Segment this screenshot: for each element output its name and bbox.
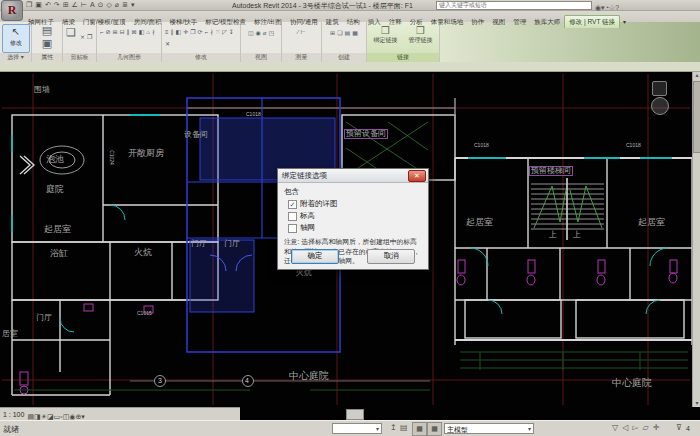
horizontal-scrollbar-thumb[interactable] bbox=[346, 409, 364, 420]
print-icon[interactable]: ⊞ bbox=[63, 0, 69, 10]
modify-tool-button[interactable]: ↖ 修改 bbox=[2, 24, 30, 53]
panel-properties-label: 属性 bbox=[32, 53, 62, 62]
vertical-scrollbar-thumb[interactable] bbox=[693, 81, 700, 153]
infocenter-icons[interactable]: ◉▾◔☆? bbox=[595, 0, 619, 14]
view-control-icons[interactable]: ▤◨☀◪▭▫◫◉⊕▾ bbox=[27, 405, 84, 420]
quick-access-toolbar[interactable]: ❐▣↶↷⊞∠⊢A⊙◇⌀≣▾ bbox=[26, 0, 134, 10]
revit-app-button[interactable]: R bbox=[1, 0, 23, 21]
select-pinned-icon[interactable]: ▻ bbox=[632, 423, 638, 432]
window-title: Autodesk Revit 2014 - 3号楼半综合试一试1 - 楼层平面:… bbox=[232, 1, 413, 11]
tab-insert[interactable]: 插入 bbox=[364, 16, 385, 28]
scroll-up-icon[interactable]: ▴ bbox=[693, 71, 700, 79]
design-options-icon[interactable]: ▦ bbox=[412, 422, 427, 436]
editing-requests-icon[interactable]: ↥ bbox=[390, 423, 397, 432]
infocenter-search-input[interactable] bbox=[436, 1, 592, 10]
open-icon[interactable]: ❐ bbox=[26, 0, 32, 10]
tab-analyze[interactable]: 分析 bbox=[406, 16, 427, 28]
drag-select-icon[interactable]: ✛ bbox=[653, 423, 660, 432]
tab-annotate-sheet[interactable]: 标注/出图 bbox=[250, 16, 286, 28]
ok-button[interactable]: 确定 bbox=[291, 249, 339, 264]
navigation-bar[interactable] bbox=[652, 81, 667, 96]
room-label-22: 4 bbox=[245, 377, 249, 384]
tab-modify-rvt-link[interactable]: 修改 | RVT 链接 bbox=[564, 15, 620, 28]
tab-collab-general[interactable]: 协同/通用 bbox=[286, 16, 322, 28]
worksets-icon[interactable]: ▤ bbox=[400, 423, 408, 432]
panel-select-label[interactable]: 选择 ▾ bbox=[0, 53, 31, 62]
join-icon: ⊞ bbox=[112, 29, 119, 36]
save-icon[interactable]: ▣ bbox=[35, 0, 42, 10]
tab-family-master[interactable]: 族库大师 bbox=[530, 16, 564, 28]
tab-stair-rail[interactable]: 楼梯/扶手 bbox=[165, 16, 201, 28]
visual-style-icon[interactable]: ◨ bbox=[34, 413, 41, 420]
rotate-icon: ⟳ bbox=[197, 29, 204, 36]
panel-create-label: 创建 bbox=[322, 53, 366, 62]
checkbox-box[interactable] bbox=[288, 224, 297, 233]
checkbox-levels[interactable]: 标高 bbox=[288, 211, 422, 221]
tab-manage[interactable]: 管理 bbox=[509, 16, 530, 28]
dialog-title-bar[interactable]: 绑定链接选项 ✕ bbox=[278, 169, 428, 183]
room-label-2: 预留设备间 bbox=[344, 129, 388, 139]
tab-door-floor-roof[interactable]: 门窗/楼板/屋顶 bbox=[79, 16, 130, 28]
checkbox-attached-details[interactable]: ✓ 附着的详图 bbox=[288, 199, 422, 209]
tab-view[interactable]: 视图 bbox=[488, 16, 509, 28]
panel-modify: ≡∥◧✛❐⟳⌐∤⁙◸↧✕ 修改 bbox=[162, 22, 241, 62]
section-icon[interactable]: ⌀ bbox=[115, 0, 119, 10]
checkbox-grids[interactable]: 轴网 bbox=[288, 223, 422, 233]
dialog-title: 绑定链接选项 bbox=[278, 169, 428, 182]
dialog-close-button[interactable]: ✕ bbox=[408, 170, 426, 182]
checkbox-box-checked[interactable]: ✓ bbox=[288, 200, 297, 209]
select-by-face-icon[interactable]: ▱ bbox=[642, 423, 648, 432]
move-icon: ✛ bbox=[182, 29, 189, 36]
aligned-dimension-icon[interactable]: ⊢ bbox=[81, 0, 87, 10]
redo-icon[interactable]: ↷ bbox=[54, 0, 60, 10]
active-option-icon[interactable]: ▦ bbox=[427, 422, 442, 436]
tab-cycle-arrow[interactable]: ▾ bbox=[620, 19, 629, 25]
selection-toggle-icons[interactable]: ▽◁▻▱✛ bbox=[612, 423, 659, 432]
panel-measure-label: 测量 bbox=[282, 53, 321, 62]
panel-select: ↖ 修改 选择 ▾ bbox=[0, 22, 32, 62]
filter-icon[interactable]: ⊽ bbox=[676, 423, 682, 432]
room-label-15: 起居室 bbox=[638, 218, 665, 227]
status-bar: 就绪 ▾ ↥ ▤ ▦ ▦ 主模型▾ ▽◁▻▱✛ ⊽ 4 bbox=[0, 420, 700, 436]
undo-icon[interactable]: ↶ bbox=[45, 0, 51, 10]
shadows-icon[interactable]: ◪ bbox=[47, 413, 54, 420]
tab-annotate[interactable]: 注释 bbox=[385, 16, 406, 28]
qat-more-icon[interactable]: ▾ bbox=[131, 0, 135, 10]
room-label-3: 预留楼梯间 bbox=[529, 166, 573, 176]
tab-grid-column[interactable]: 轴网柱子 bbox=[24, 16, 58, 28]
scale-icon: ◸ bbox=[221, 29, 228, 36]
scroll-down-icon[interactable]: ▾ bbox=[693, 399, 700, 407]
split-face-icon: ∤ bbox=[151, 29, 156, 36]
editable-only-icon[interactable]: ▽ bbox=[612, 423, 618, 432]
select-links-icon[interactable]: ◁ bbox=[622, 423, 628, 432]
text-icon[interactable]: A bbox=[90, 0, 95, 10]
tab-collaborate[interactable]: 协作 bbox=[467, 16, 488, 28]
linework-icon: ◳ bbox=[267, 30, 275, 37]
dimensions-layer bbox=[14, 352, 688, 390]
tab-structure[interactable]: 结构 bbox=[343, 16, 364, 28]
tab-room-area[interactable]: 房间/面积 bbox=[130, 16, 166, 28]
panel-create: ⊞❏▤▦ 创建 bbox=[322, 22, 367, 62]
room-label-8: 浴缸 bbox=[50, 249, 68, 258]
view-more-icon[interactable]: ▾ bbox=[81, 413, 85, 420]
family-types-icon: ▣ bbox=[32, 37, 62, 50]
view-scale[interactable]: 1 : 100 bbox=[3, 411, 24, 418]
design-option-combobox[interactable]: 主模型▾ bbox=[444, 423, 534, 434]
steering-wheel-icon[interactable] bbox=[651, 97, 669, 115]
checkbox-box[interactable] bbox=[288, 212, 297, 221]
thin-lines-icon[interactable]: ≣ bbox=[122, 0, 128, 10]
bind-link-button[interactable]: ❒绑定链接 bbox=[369, 24, 402, 53]
room-label-24: C1018 bbox=[474, 143, 489, 148]
manage-link-button[interactable]: ❒管理链接 bbox=[404, 24, 437, 53]
tab-wall-beam[interactable]: 墙梁 bbox=[58, 16, 79, 28]
help-icon[interactable]: ? bbox=[615, 4, 619, 11]
tag-icon[interactable]: ⊙ bbox=[98, 0, 104, 10]
measure-icon[interactable]: ∠ bbox=[72, 0, 78, 10]
tab-massing-site[interactable]: 体量和场地 bbox=[427, 16, 468, 28]
workset-combobox[interactable]: ▾ bbox=[332, 423, 382, 434]
3d-view-icon[interactable]: ◇ bbox=[106, 0, 111, 10]
tab-architecture[interactable]: 建筑 bbox=[322, 16, 343, 28]
cancel-button[interactable]: 取消 bbox=[367, 249, 415, 264]
tab-tag-check[interactable]: 标记/模型检查 bbox=[201, 16, 250, 28]
vertical-scrollbar[interactable]: ▴ ▾ bbox=[692, 71, 700, 407]
